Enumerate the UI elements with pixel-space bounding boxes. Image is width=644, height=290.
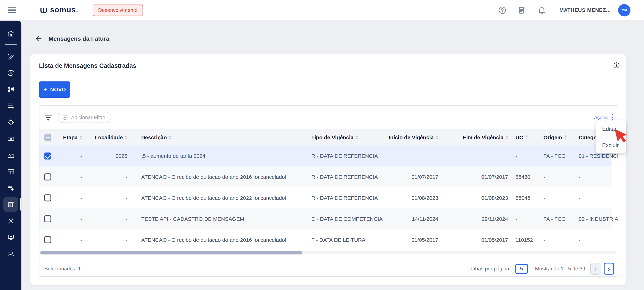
scrollbar-thumb[interactable] [40, 251, 302, 254]
sort-icon [506, 135, 508, 139]
actions-menu-button[interactable]: Ações [594, 113, 614, 121]
brand-w-icon [39, 6, 48, 14]
brand-logo: somus. [39, 6, 78, 15]
note-add-icon [7, 200, 14, 208]
column-header-inicio-vigencia[interactable]: Início de Vigência [387, 134, 442, 140]
row-checkbox[interactable] [44, 236, 51, 243]
column-header-tipo-vigencia[interactable]: Tipo de Vigência [303, 134, 387, 140]
rows-per-page-input[interactable] [515, 264, 528, 273]
sidebar-item-card-check[interactable] [3, 98, 18, 113]
add-filter-button[interactable]: Adicionar Filtro [58, 112, 112, 123]
column-header-fim-vigencia[interactable]: Fim de Vigência [442, 134, 512, 140]
horizontal-scrollbar [40, 250, 618, 260]
sidebar-divider [4, 45, 17, 45]
filter-row: Adicionar Filtro Ações [40, 106, 618, 129]
avatar[interactable]: MM [618, 4, 630, 16]
data-grid: Etapa Localidade Descrição Tipo de Vigên… [40, 129, 618, 250]
showing-range: Mostrando 1 - 5 de 39 [535, 266, 585, 271]
previous-page-button[interactable]: ‹ [590, 262, 600, 274]
select-all-checkbox[interactable] [44, 134, 51, 141]
banknote-icon [7, 135, 14, 143]
user-name[interactable]: MATHEUS MENEZ... [560, 7, 611, 13]
info-icon[interactable] [613, 62, 620, 69]
filter-icon[interactable] [44, 114, 52, 120]
sidebar-item-crosshair[interactable] [3, 115, 18, 130]
currency-sync-icon [7, 69, 14, 77]
sidebar-item-table[interactable] [3, 164, 18, 179]
menu-item-editar[interactable]: Editar [596, 120, 626, 137]
plus-circle-icon [62, 114, 68, 120]
column-header-descricao[interactable]: Descrição [131, 134, 303, 140]
actions-dropdown-menu: Editar Excluir [596, 120, 626, 153]
card-header: Lista de Mensagens Cadastradas [30, 54, 626, 69]
row-checkbox[interactable] [44, 215, 51, 222]
sort-icon [356, 135, 358, 139]
menu-item-excluir[interactable]: Excluir [596, 137, 626, 153]
column-header-origem[interactable]: Origem [538, 134, 574, 140]
sidebar-item-group-list[interactable] [3, 82, 18, 97]
column-header-etapa[interactable]: Etapa [58, 134, 85, 140]
topbar: somus. Desenvolvimento MATHEUS MENEZ... … [0, 0, 644, 21]
table-container: Adicionar Filtro Ações Etapa Localidade … [39, 105, 618, 277]
messages-card: Lista de Mensagens Cadastradas + NOVO Ad… [30, 54, 626, 285]
sidebar [0, 21, 21, 290]
sort-icon [436, 135, 438, 139]
edit-pencil-icon [7, 53, 14, 60]
table-footer: Selecionados: 1 Linhas por página Mostra… [40, 260, 618, 277]
pagination: Linhas por página Mostrando 1 - 5 de 39 … [468, 262, 614, 274]
row-checkbox[interactable] [44, 152, 51, 159]
row-checkbox[interactable] [44, 173, 51, 180]
brand-dot: . [76, 6, 78, 15]
table-row[interactable]: - 0025 t5 - aumento de tarifa 2024 R - D… [40, 146, 612, 167]
sidebar-item-trend[interactable] [3, 246, 18, 261]
hamburger-menu-icon[interactable] [8, 7, 16, 13]
table-row[interactable]: - - ATENCAO - O recibo de quitacao do an… [40, 187, 612, 208]
rows-per-page-label: Linhas por página [468, 266, 509, 271]
environment-badge: Desenvolvimento [93, 4, 143, 16]
home-icon [7, 29, 14, 37]
page-title: Mensagens da Fatura [48, 35, 110, 42]
brand-name: somus [50, 6, 76, 15]
sidebar-item-houses[interactable] [3, 148, 18, 162]
page-header: Mensagens da Fatura [34, 35, 644, 43]
chevron-left-icon: ‹ [594, 265, 596, 272]
table-grid-icon [7, 168, 14, 175]
note-add-icon[interactable] [518, 6, 527, 15]
list-add-icon [7, 184, 14, 192]
chevron-right-icon: › [608, 265, 610, 272]
sidebar-item-home[interactable] [3, 26, 18, 41]
column-header-localidade[interactable]: Localidade [86, 134, 131, 140]
crosshair-icon [7, 118, 14, 126]
sidebar-item-monitor[interactable] [3, 230, 18, 245]
kebab-icon [610, 113, 614, 121]
back-arrow-icon[interactable] [34, 35, 43, 43]
bell-icon[interactable] [537, 6, 546, 15]
group-list-icon [7, 85, 14, 93]
sidebar-item-edit[interactable] [3, 49, 18, 64]
table-row[interactable]: - - ATENCAO - O recibo de quitacao do an… [40, 167, 612, 187]
next-page-button[interactable]: › [604, 262, 614, 274]
sort-icon [169, 135, 171, 139]
topbar-right: MATHEUS MENEZ... MM [498, 4, 644, 16]
houses-icon [7, 151, 14, 159]
new-button[interactable]: + NOVO [39, 81, 70, 98]
sort-icon [125, 135, 127, 139]
sidebar-item-invoice-messages[interactable] [3, 197, 18, 212]
table-header-row: Etapa Localidade Descrição Tipo de Vigên… [40, 129, 618, 146]
sidebar-item-banknote[interactable] [3, 131, 18, 146]
table-row[interactable]: - - ATENCAO - O recibo de quitacao do an… [40, 229, 612, 250]
sidebar-item-list-add[interactable] [3, 180, 18, 195]
scrollbar-track[interactable] [40, 251, 616, 254]
table-row[interactable]: - - TESTE API - CADASTRO DE MENSAGEM C -… [40, 208, 612, 229]
app: somus. Desenvolvimento MATHEUS MENEZ... … [0, 0, 644, 290]
column-header-uc[interactable]: UC [512, 134, 538, 140]
monitor-share-icon [7, 233, 14, 241]
sidebar-item-tools[interactable] [3, 213, 18, 228]
row-checkbox[interactable] [44, 194, 51, 201]
sidebar-item-currency-sync[interactable] [3, 65, 18, 80]
trend-up-icon [7, 250, 14, 258]
help-icon[interactable] [498, 6, 507, 15]
tools-cross-icon [7, 217, 14, 225]
selected-count: Selecionados: 1 [44, 266, 81, 271]
sort-icon [564, 135, 567, 139]
